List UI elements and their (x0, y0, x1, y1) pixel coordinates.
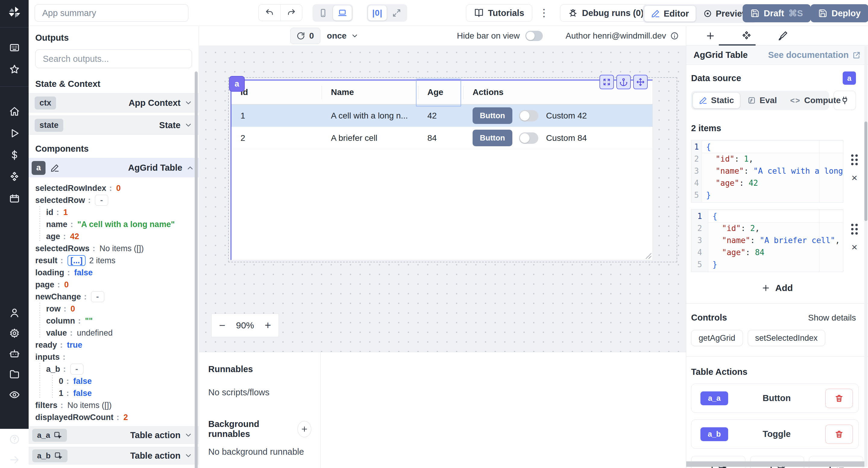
expand-component-button[interactable] (599, 75, 614, 89)
refresh-button[interactable]: 0 (290, 28, 320, 44)
row-action-button[interactable]: Button (472, 130, 513, 146)
output-tree-row[interactable]: name:"A cell with a long name" (35, 218, 198, 230)
insert-component-tab[interactable] (692, 31, 728, 41)
remove-item-button[interactable]: × (851, 242, 858, 252)
add-item-button[interactable]: Add (761, 283, 793, 293)
row-toggle[interactable] (519, 110, 538, 121)
output-tree-row[interactable]: inputs: (35, 351, 198, 363)
delete-action-button[interactable] (825, 425, 853, 444)
horizontal-scrollbar[interactable] (686, 461, 865, 467)
output-tree-row[interactable]: loading:false (35, 267, 198, 279)
json-editor[interactable]: 12345 { "id": 1, "name": "A cell with a … (691, 140, 843, 203)
output-tree-row[interactable]: ready:true (35, 339, 198, 351)
info-icon[interactable] (670, 32, 679, 40)
move-component-button[interactable] (633, 75, 648, 89)
output-tree-row[interactable]: column:"" (35, 315, 198, 327)
eval-mode-tab[interactable]: Eval (741, 92, 783, 109)
schedule-dropdown[interactable]: once (327, 31, 359, 41)
output-tree-row[interactable]: newChange:- (35, 291, 198, 303)
add-background-runnable-button[interactable] (298, 421, 311, 437)
search-outputs-input[interactable] (35, 50, 192, 68)
output-tree-row[interactable]: result:[...]2 items (35, 255, 198, 267)
component-tree-header[interactable]: a AgGrid Table (29, 158, 198, 177)
table-header-id[interactable]: Id (231, 81, 322, 104)
rail-item-calendar-icon[interactable] (0, 187, 29, 209)
deploy-button[interactable]: Deploy (810, 4, 868, 22)
row-action-button[interactable]: Button (472, 107, 513, 124)
windmill-logo-icon[interactable] (7, 5, 22, 20)
table-action-output-row[interactable]: a_a Table action (29, 427, 198, 444)
json-editor[interactable]: 12345 { "id": 2, "name": "A briefer cell… (691, 209, 843, 272)
expand-value-button[interactable]: - (91, 291, 104, 302)
rail-item-home-icon[interactable] (0, 101, 29, 122)
tutorials-button[interactable]: Tutorials (466, 4, 532, 22)
component-tag[interactable]: a (229, 76, 245, 92)
output-tree-row[interactable]: page:0 (35, 279, 198, 291)
output-tree-row[interactable]: value:undefined (35, 327, 198, 339)
output-tree-row[interactable]: row:0 (35, 303, 198, 315)
table-header-age[interactable]: Age (418, 81, 464, 104)
desktop-view-button[interactable] (333, 5, 352, 21)
vertical-scrollbar-track[interactable] (864, 46, 867, 467)
row-toggle[interactable] (519, 133, 538, 144)
output-tree-row[interactable]: selectedRows:No items ([]) (35, 242, 198, 255)
app-summary-input[interactable] (35, 4, 188, 22)
fullwidth-button[interactable] (387, 5, 406, 21)
zoom-in-button[interactable]: + (260, 319, 276, 332)
rail-item-worker-icon[interactable] (0, 344, 29, 364)
hide-bar-toggle[interactable] (525, 31, 543, 41)
rail-item-apps-icon[interactable] (0, 37, 29, 59)
rail-item-eye-icon[interactable] (0, 384, 29, 405)
table-action-output-row[interactable]: a_b Table action (29, 447, 198, 464)
ctx-row[interactable]: ctx App Context (29, 93, 198, 113)
state-row[interactable]: state State (29, 116, 198, 135)
editor-tab[interactable]: Editor (644, 5, 696, 22)
redo-button[interactable] (280, 4, 302, 21)
output-tree-row[interactable]: a_b:- (35, 363, 198, 375)
mobile-view-button[interactable] (314, 5, 333, 21)
rail-item-cubes-icon[interactable] (0, 166, 29, 187)
undo-button[interactable] (258, 4, 280, 21)
table-action-card[interactable]: a_b Toggle (691, 419, 859, 449)
resize-handle[interactable] (645, 252, 651, 259)
rail-item-star-icon[interactable] (0, 59, 29, 80)
output-tree-row[interactable]: selectedRowIndex:0 (35, 182, 198, 194)
table-header-name[interactable]: Name (322, 81, 418, 104)
center-align-button[interactable]: |0| (368, 5, 387, 21)
rail-item-play-icon[interactable] (0, 122, 29, 144)
control-setSelectedIndex-button[interactable]: setSelectedIndex (748, 330, 825, 346)
output-tree-row[interactable]: filters:No items ([]) (35, 399, 198, 411)
expand-array-button[interactable]: [...] (67, 255, 86, 266)
control-getAgGrid-button[interactable]: getAgGrid (691, 330, 743, 346)
drag-handle-icon[interactable] (851, 224, 858, 235)
styling-tab[interactable] (765, 31, 801, 41)
aggrid-table-component[interactable]: IdNameAgeActions 1 A cell with a long n.… (230, 80, 652, 260)
component-settings-tab[interactable] (728, 31, 765, 41)
rail-item-gear-icon[interactable] (0, 323, 29, 344)
rail-item-arrow-right-icon[interactable] (0, 449, 29, 468)
drag-handle-icon[interactable] (851, 154, 858, 165)
delete-action-button[interactable] (825, 389, 853, 408)
show-details-link[interactable]: Show details (808, 313, 856, 323)
rail-item-dollar-icon[interactable] (0, 144, 29, 166)
output-tree-row[interactable]: displayedRowCount:2 (35, 411, 198, 423)
see-documentation-link[interactable]: See documentation (768, 50, 861, 60)
anchor-component-button[interactable] (616, 75, 631, 89)
rail-item-folder-icon[interactable] (0, 364, 29, 384)
more-menu-button[interactable]: ⋮ (538, 7, 550, 19)
draft-button[interactable]: Draft ⌘S (743, 4, 811, 22)
output-tree-row[interactable]: id:1 (35, 206, 198, 218)
output-tree-row[interactable]: 0:false (35, 375, 198, 387)
table-action-card[interactable]: a_a Button (691, 384, 859, 413)
connect-input-button[interactable] (834, 91, 856, 110)
rail-item-help-icon[interactable] (0, 429, 29, 449)
table-row[interactable]: 1 A cell with a long n... 42 Button Cust… (231, 105, 652, 127)
outputs-scrollbar[interactable] (195, 71, 198, 468)
remove-item-button[interactable]: × (851, 173, 858, 182)
output-tree-row[interactable]: age:42 (35, 230, 198, 242)
static-mode-tab[interactable]: Static (692, 92, 740, 109)
expand-value-button[interactable]: - (95, 195, 108, 206)
output-tree-row[interactable]: 1:false (35, 387, 198, 399)
expand-value-button[interactable]: - (70, 364, 84, 375)
app-canvas[interactable]: a IdNameAgeActions 1 A cell with a long … (199, 46, 686, 352)
